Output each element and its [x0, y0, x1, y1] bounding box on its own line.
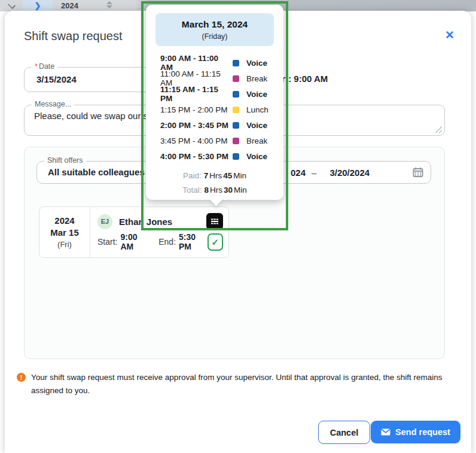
- next-arrow-button[interactable]: ❯: [23, 0, 53, 11]
- range-separator: –: [312, 168, 316, 178]
- calendar-icon[interactable]: [413, 167, 423, 178]
- schedule-rows: 9:00 AM - 11:00 AMVoice 11:00 AM - 11:15…: [146, 53, 283, 164]
- send-request-label: Send request: [395, 427, 450, 437]
- schedule-time: 1:15 PM - 2:00 PM: [160, 105, 233, 114]
- schedule-row: 9:00 AM - 11:00 AMVoice: [160, 55, 283, 71]
- date-field-value: 3/15/2024: [25, 68, 151, 92]
- activity-label: Voice: [246, 152, 267, 161]
- schedule-row: 11:15 AM - 1:15 PMVoice: [160, 86, 283, 102]
- schedule-time: 2:00 PM - 3:45 PM: [160, 121, 233, 130]
- spinner-down-icon[interactable]: [106, 5, 112, 8]
- start-label: Start:: [97, 237, 117, 247]
- required-asterisk: *: [35, 62, 38, 71]
- shift-card-main: EJ Ethan Jones Start: 9:00 AM End: 5:30 …: [90, 207, 228, 257]
- activity-label: Voice: [246, 59, 267, 68]
- warning-text: Your shift swap request must receive app…: [31, 371, 446, 397]
- date-range-inner: 024 – 3/20/2024: [264, 167, 431, 178]
- activity-color-swatch: [233, 107, 239, 113]
- activity-color-swatch: [233, 60, 239, 66]
- avatar: EJ: [97, 214, 112, 229]
- schedule-time: 4:00 PM - 5:30 PM: [160, 152, 233, 161]
- paid-line: Paid:7Hrs45Min: [146, 169, 283, 183]
- cancel-button[interactable]: Cancel: [318, 421, 370, 444]
- shift-year: 2024: [54, 215, 74, 227]
- resize-handle-icon[interactable]: [434, 125, 442, 133]
- next-arrow-icon: ❯: [35, 2, 41, 10]
- activity-label: Break: [246, 136, 267, 145]
- activity-color-swatch: [233, 153, 239, 160]
- shift-offer-card[interactable]: 2024 Mar 15 (Fri) EJ Ethan Jones Start:: [39, 206, 229, 258]
- date-field[interactable]: *Date 3/15/2024: [24, 67, 152, 92]
- schedule-time: 11:15 AM - 1:15 PM: [160, 85, 233, 103]
- schedule-popup: March 15, 2024 (Friday) 9:00 AM - 11:00 …: [146, 5, 283, 200]
- schedule-row: 1:15 PM - 2:00 PMLunch: [160, 102, 283, 117]
- shift-card-row-bottom: Start: 9:00 AM End: 5:30 PM ✓: [97, 232, 223, 251]
- view-schedule-button[interactable]: [206, 213, 223, 230]
- activity-label: Voice: [246, 90, 267, 99]
- approval-warning: ! Your shift swap request must receive a…: [17, 371, 446, 397]
- activity-color-swatch: [233, 91, 239, 98]
- warning-icon: !: [17, 373, 26, 382]
- schedule-row: 2:00 PM - 3:45 PMVoice: [160, 117, 283, 133]
- year-spinner[interactable]: [106, 1, 112, 8]
- send-request-button[interactable]: Send request: [371, 421, 460, 443]
- schedule-row: 11:00 AM - 11:15 AMBreak: [160, 71, 283, 86]
- close-icon[interactable]: ✕: [445, 28, 454, 42]
- shift-card-row-top: EJ Ethan Jones: [97, 213, 223, 230]
- email-icon: [381, 428, 390, 436]
- message-field-label: Message...: [32, 100, 74, 108]
- date-field-label: *Date: [32, 62, 57, 71]
- activity-color-swatch: [233, 138, 239, 144]
- activity-color-swatch: [233, 75, 239, 82]
- range-start-value: 024: [291, 168, 306, 178]
- dialog-title: Shift swap request: [24, 29, 123, 43]
- activity-label: Lunch: [246, 105, 268, 114]
- popup-date: March 15, 2024: [155, 19, 274, 30]
- schedule-time: 3:45 PM - 4:00 PM: [160, 136, 233, 145]
- activity-label: Voice: [246, 121, 267, 130]
- end-value: 5:30 PM: [179, 232, 208, 251]
- chevron-down-icon[interactable]: [8, 1, 16, 9]
- check-icon: ✓: [211, 238, 219, 247]
- end-label: End:: [158, 237, 176, 247]
- schedule-row: 3:45 PM - 4:00 PMBreak: [160, 133, 283, 148]
- popup-header: March 15, 2024 (Friday): [155, 13, 274, 46]
- date-range-field[interactable]: 024 – 3/20/2024: [264, 161, 431, 184]
- shift-date-cell: 2024 Mar 15 (Fri): [39, 207, 90, 257]
- shift-offers-label: Shift offers: [44, 156, 86, 165]
- activity-color-swatch: [233, 122, 239, 129]
- activity-label: Break: [246, 74, 267, 83]
- start-value: 9:00 AM: [120, 232, 149, 251]
- spinner-up-icon[interactable]: [106, 1, 112, 4]
- agenda-icon: [210, 217, 219, 226]
- paid-total-summary: Paid:7Hrs45Min Total:8Hrs30Min: [146, 169, 283, 197]
- colleague-name: Ethan Jones: [119, 217, 172, 227]
- shift-weekday: (Fri): [57, 239, 72, 250]
- range-end-value: 3/20/2024: [329, 168, 370, 178]
- schedule-row: 4:00 PM - 5:30 PMVoice: [160, 148, 283, 164]
- popup-weekday: (Friday): [155, 32, 274, 41]
- selected-checkbox[interactable]: ✓: [208, 233, 223, 251]
- shift-date: Mar 15: [50, 227, 79, 239]
- screen: ❯ 2024 Shift swap request ✕ *Date 3/15/2…: [0, 0, 476, 453]
- year-label: 2024: [61, 1, 78, 10]
